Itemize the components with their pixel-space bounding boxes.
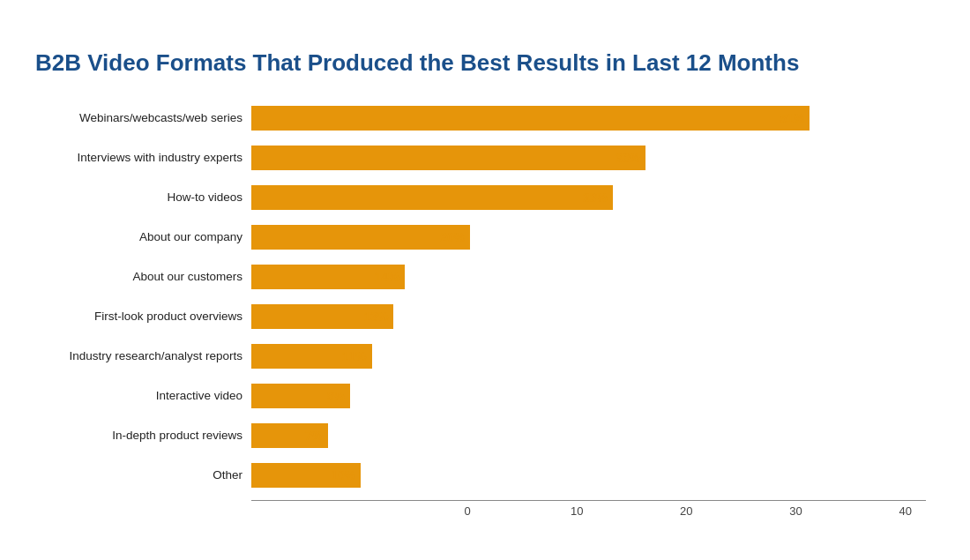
bar-track: 51% [251, 104, 935, 132]
bar-fill: 11% [251, 344, 372, 369]
bar-label: Interviews with industry experts [35, 151, 251, 164]
bar-label: Industry research/analyst reports [35, 349, 251, 362]
x-tick-label: 40 [899, 504, 911, 518]
bar-label: Other [35, 468, 251, 482]
bar-pct: 36% [616, 151, 640, 165]
bar-track: 11% [251, 342, 935, 370]
bar-row: About our company20% [35, 220, 935, 254]
bar-row: Industry research/analyst reports11% [35, 340, 935, 373]
bar-label: About our customers [35, 270, 251, 283]
bar-row: Interviews with industry experts36% [35, 141, 935, 175]
bar-pct: 13% [363, 310, 388, 324]
bar-track: 36% [251, 144, 935, 172]
bar-fill: 20% [251, 225, 470, 250]
chart-area: Webinars/webcasts/web series51%Interview… [35, 101, 935, 501]
bar-fill: 51% [251, 106, 810, 131]
bar-pct: 51% [780, 111, 804, 125]
bar-fill: 13% [251, 304, 393, 329]
bar-label: In-depth product reviews [35, 429, 251, 442]
bar-fill: 14% [251, 265, 405, 289]
bar-label: Interactive video [35, 389, 251, 402]
chart-title: B2B Video Formats That Produced the Best… [35, 49, 935, 77]
bar-pct: 7% [305, 429, 323, 443]
bar-label: First-look product overviews [35, 310, 251, 323]
bar-label: Webinars/webcasts/web series [35, 111, 251, 124]
bar-pct: 9% [327, 389, 345, 403]
bar-fill: 9% [251, 384, 350, 408]
x-axis-ticks: 0102030405060 [251, 501, 935, 520]
x-tick-label: 10 [571, 504, 583, 518]
bar-fill: 7% [251, 423, 328, 448]
bar-track: 7% [251, 422, 935, 450]
bar-track: 9% [251, 382, 935, 410]
bar-row: First-look product overviews13% [35, 300, 935, 333]
bar-row: Interactive video9% [35, 379, 935, 413]
bar-row: Other10% [35, 459, 935, 492]
x-axis-labels: 0102030405060 [35, 501, 935, 520]
bar-row: In-depth product reviews7% [35, 419, 935, 452]
bar-row: Webinars/webcasts/web series51% [35, 101, 935, 135]
bar-track: 20% [251, 223, 935, 251]
bar-fill: 36% [251, 146, 645, 170]
bar-fill: 33% [251, 185, 613, 210]
bar-track: 14% [251, 263, 935, 291]
bar-track: 33% [251, 183, 935, 212]
x-tick-label: 0 [464, 504, 470, 518]
bar-row: About our customers14% [35, 260, 935, 294]
x-tick-label: 30 [789, 504, 802, 518]
bar-label: How-to videos [35, 190, 251, 204]
bar-pct: 14% [375, 270, 399, 284]
bar-pct: 11% [342, 349, 367, 363]
x-tick-label: 20 [680, 504, 692, 518]
bar-fill: 10% [251, 463, 361, 488]
bar-track: 13% [251, 302, 935, 331]
bar-row: How-to videos33% [35, 181, 935, 214]
bar-pct: 33% [583, 190, 608, 205]
bar-label: About our company [35, 230, 251, 243]
chart-container: B2B Video Formats That Produced the Best… [18, 23, 952, 538]
bar-track: 10% [251, 461, 935, 489]
bar-pct: 20% [440, 230, 465, 244]
bar-pct: 10% [331, 468, 355, 482]
